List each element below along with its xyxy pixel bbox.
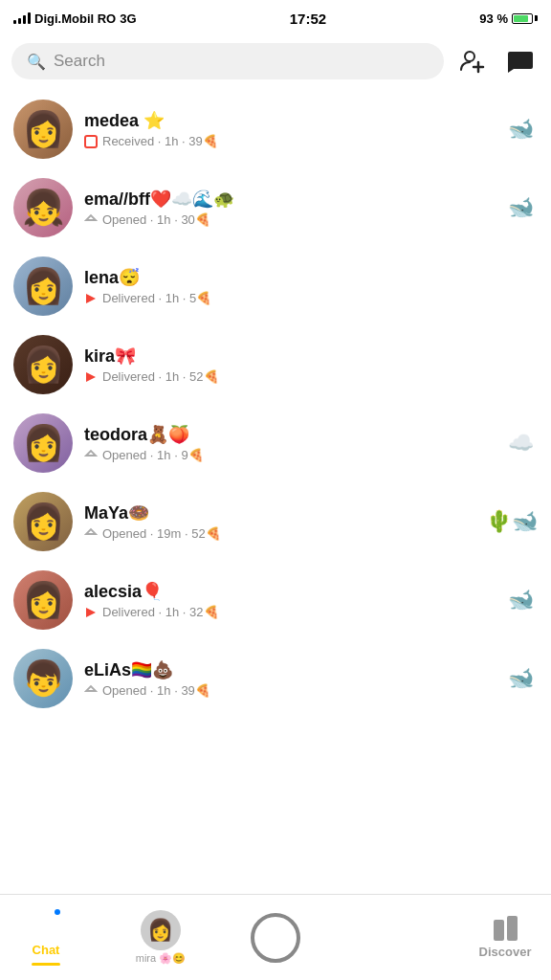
avatar: 👩 <box>13 492 73 551</box>
chat-right: 🐋 <box>503 195 538 220</box>
chat-status: Opened · 1h · 9🍕 <box>84 448 492 462</box>
svg-marker-10 <box>86 686 96 691</box>
chat-right: 🐋 <box>503 117 538 142</box>
chat-name: lena😴 <box>84 267 492 288</box>
chat-status: Opened · 1h · 30🍕 <box>84 212 492 227</box>
top-nav: 🔍 Search <box>0 34 551 90</box>
chat-info: eLiAs🏳️‍🌈💩 Opened · 1h · 39🍕 <box>84 659 492 698</box>
notification-dot <box>53 907 62 917</box>
chat-item[interactable]: 👧 ema//bff❤️☁️🌊🐢 Opened · 1h · 30🍕 🐋 <box>0 168 551 247</box>
svg-rect-3 <box>85 136 97 147</box>
avatar: 👩 <box>13 335 73 394</box>
camera-button[interactable] <box>230 913 321 963</box>
chat-tab-label: Chat <box>33 943 60 957</box>
status-text: Delivered · 1h · 32🍕 <box>102 605 219 619</box>
chat-status: Delivered · 1h · 52🍕 <box>84 369 492 384</box>
chat-info: lena😴 Delivered · 1h · 5🍕 <box>84 267 492 305</box>
status-text: Delivered · 1h · 5🍕 <box>102 291 211 305</box>
chat-right: ☁️ <box>503 431 538 456</box>
chat-status: Received · 1h · 39🍕 <box>84 134 492 148</box>
chat-emoji: 🐋 <box>508 117 534 142</box>
chat-item[interactable]: 👩 kira🎀 Delivered · 1h · 52🍕 <box>0 325 551 404</box>
status-text: Opened · 19m · 52🍕 <box>102 526 221 541</box>
chat-emoji: ☁️ <box>508 431 534 456</box>
svg-marker-8 <box>86 529 96 534</box>
svg-marker-5 <box>86 294 96 303</box>
carrier-label: Digi.Mobil RO <box>34 11 116 26</box>
tab-discover[interactable]: Discover <box>459 916 551 959</box>
chat-right: 🐋 <box>503 666 538 691</box>
chat-item[interactable]: 👦 eLiAs🏳️‍🌈💩 Opened · 1h · 39🍕 🐋 <box>0 639 551 718</box>
chat-info: kira🎀 Delivered · 1h · 52🍕 <box>84 345 492 384</box>
chat-status: Opened · 1h · 39🍕 <box>84 683 492 698</box>
chat-item[interactable]: 👩 MaYa🍩 Opened · 19m · 52🍕 🌵🐋 <box>0 482 551 561</box>
chat-name: eLiAs🏳️‍🌈💩 <box>84 659 492 680</box>
chat-name: teodora🧸🍑 <box>84 424 492 445</box>
chat-item[interactable]: 👩 medea ⭐ Received · 1h · 39🍕 🐋 <box>0 90 551 168</box>
chat-emoji: 🐋 <box>508 588 534 612</box>
chat-right: 🐋 <box>503 588 538 612</box>
search-bar[interactable]: 🔍 Search <box>11 43 444 79</box>
chat-info: teodora🧸🍑 Opened · 1h · 9🍕 <box>84 424 492 462</box>
chat-item[interactable]: 👩 alecsia🎈 Delivered · 1h · 32🍕 🐋 <box>0 561 551 639</box>
chat-status: Delivered · 1h · 32🍕 <box>84 605 492 619</box>
chat-item[interactable]: 👩 lena😴 Delivered · 1h · 5🍕 <box>0 247 551 325</box>
status-text: Opened · 1h · 9🍕 <box>102 448 204 462</box>
chat-name: medea ⭐ <box>84 110 492 131</box>
preview-name: mira 🌸😊 <box>136 952 186 965</box>
battery-icon <box>512 13 538 24</box>
chat-list: 👩 medea ⭐ Received · 1h · 39🍕 🐋 👧 ema//b… <box>0 90 551 718</box>
status-right: 93 % <box>479 11 538 26</box>
chat-emoji: 🐋 <box>508 195 534 220</box>
chat-status: Delivered · 1h · 5🍕 <box>84 291 492 305</box>
network-label: 3G <box>120 11 136 26</box>
svg-marker-9 <box>86 608 96 617</box>
bottom-preview-contact: 👩 mira 🌸😊 <box>136 910 186 965</box>
chat-name: ema//bff❤️☁️🌊🐢 <box>84 189 492 210</box>
chat-settings-button[interactable] <box>501 42 540 80</box>
chat-emoji: 🌵🐋 <box>486 509 538 534</box>
svg-point-0 <box>465 52 474 61</box>
status-left: Digi.Mobil RO 3G <box>13 11 137 26</box>
preview-avatar: 👩 <box>141 910 181 950</box>
bottom-preview-area: 👩 mira 🌸😊 <box>92 910 230 965</box>
camera-circle-icon <box>251 913 300 963</box>
chat-right: 🌵🐋 <box>486 509 538 534</box>
avatar: 👩 <box>13 413 73 473</box>
signal-icon <box>13 12 31 24</box>
discover-tab-label: Discover <box>479 945 532 959</box>
avatar: 👩 <box>13 100 73 159</box>
svg-rect-11 <box>33 911 55 930</box>
chat-status: Opened · 19m · 52🍕 <box>84 526 474 541</box>
avatar: 👧 <box>13 178 73 237</box>
chat-info: ema//bff❤️☁️🌊🐢 Opened · 1h · 30🍕 <box>84 189 492 227</box>
status-text: Opened · 1h · 30🍕 <box>102 212 210 227</box>
tab-chat[interactable]: Chat <box>0 909 92 966</box>
status-text: Opened · 1h · 39🍕 <box>102 683 210 698</box>
chat-name: MaYa🍩 <box>84 502 474 523</box>
svg-marker-7 <box>86 451 96 456</box>
status-bar: Digi.Mobil RO 3G 17:52 93 % <box>0 0 551 34</box>
bottom-nav: Chat 👩 mira 🌸😊 Discover <box>0 894 551 980</box>
battery-label: 93 % <box>479 11 508 26</box>
chat-info: alecsia🎈 Delivered · 1h · 32🍕 <box>84 581 492 619</box>
time-label: 17:52 <box>290 11 326 27</box>
chat-info: MaYa🍩 Opened · 19m · 52🍕 <box>84 502 474 541</box>
chat-info: medea ⭐ Received · 1h · 39🍕 <box>84 110 492 148</box>
discover-icon <box>494 916 518 941</box>
search-icon: 🔍 <box>27 53 46 71</box>
chat-emoji: 🐋 <box>508 666 534 691</box>
active-indicator <box>32 963 60 966</box>
status-text: Delivered · 1h · 52🍕 <box>102 369 219 384</box>
svg-marker-4 <box>86 215 96 220</box>
add-friend-button[interactable] <box>453 42 492 80</box>
search-placeholder: Search <box>54 52 105 71</box>
avatar: 👦 <box>13 649 73 708</box>
status-text: Received · 1h · 39🍕 <box>102 134 218 148</box>
chat-name: alecsia🎈 <box>84 581 492 602</box>
chat-item[interactable]: 👩 teodora🧸🍑 Opened · 1h · 9🍕 ☁️ <box>0 404 551 482</box>
chat-name: kira🎀 <box>84 345 492 367</box>
avatar: 👩 <box>13 570 73 630</box>
avatar: 👩 <box>13 256 73 316</box>
svg-marker-6 <box>86 372 96 382</box>
